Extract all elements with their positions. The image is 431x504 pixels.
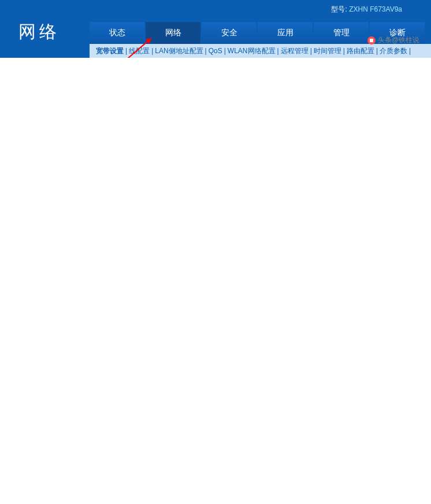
logo: 网络 (18, 20, 60, 44)
model-value: ZXHN F673AV9a (349, 5, 402, 13)
subnav: 宽带设置 | 线配置 | LAN侧地址配置 | QoS | WLAN网络配置 |… (90, 44, 431, 58)
toutiao-icon (367, 36, 376, 45)
tab-app[interactable]: 应用 (258, 22, 313, 44)
subnav-item[interactable]: QoS (207, 47, 224, 55)
subnav-item[interactable]: 时间管理 (312, 46, 343, 56)
header: 型号: ZXHN F673AV9a 网络 状态 网络 安全 应用 管理 诊断 宽… (0, 0, 431, 58)
svg-rect-6 (370, 39, 373, 42)
subnav-item[interactable]: 线配置 (127, 46, 151, 56)
model-label: 型号: (331, 5, 347, 13)
subnav-item[interactable]: 远程管理 (279, 46, 310, 56)
tab-security[interactable]: 安全 (202, 22, 257, 44)
tab-manage[interactable]: 管理 (314, 22, 369, 44)
model-info: 型号: ZXHN F673AV9a (331, 5, 402, 14)
watermark-text: 头条@铁柱说 (378, 35, 419, 45)
tab-status[interactable]: 状态 (90, 22, 144, 44)
watermark: 头条@铁柱说 (367, 35, 419, 45)
subnav-item[interactable]: LAN侧地址配置 (153, 46, 205, 56)
subnav-item[interactable]: WLAN网络配置 (226, 46, 277, 56)
subnav-broadband[interactable]: 宽带设置 (94, 46, 125, 56)
tab-network[interactable]: 网络 (146, 22, 200, 44)
subnav-item[interactable]: 介质参数 (378, 46, 409, 56)
subnav-item[interactable]: 路由配置 (345, 46, 376, 56)
